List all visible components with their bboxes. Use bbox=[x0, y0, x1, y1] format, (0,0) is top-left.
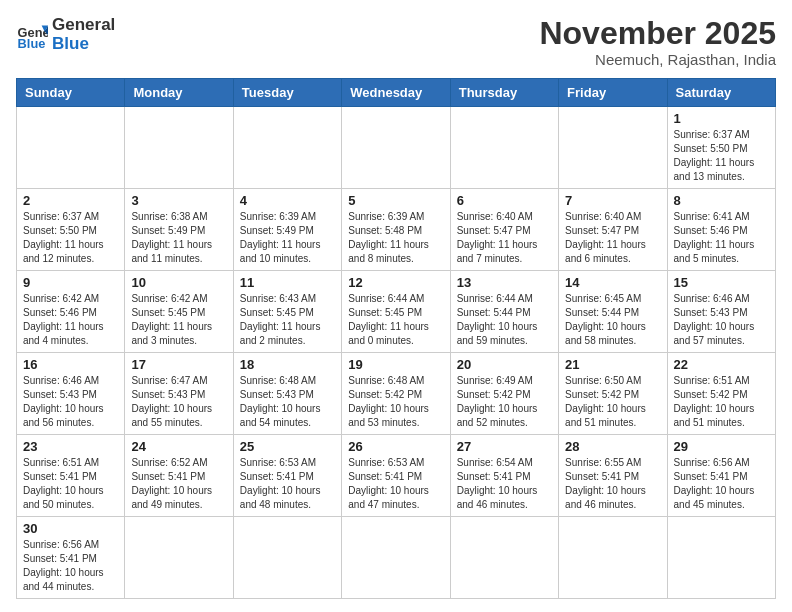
calendar-cell bbox=[342, 107, 450, 189]
day-number: 28 bbox=[565, 439, 660, 454]
day-info: Sunrise: 6:51 AM Sunset: 5:42 PM Dayligh… bbox=[674, 374, 769, 430]
title-area: November 2025 Neemuch, Rajasthan, India bbox=[539, 16, 776, 68]
day-number: 25 bbox=[240, 439, 335, 454]
day-number: 23 bbox=[23, 439, 118, 454]
day-number: 22 bbox=[674, 357, 769, 372]
day-number: 29 bbox=[674, 439, 769, 454]
day-info: Sunrise: 6:40 AM Sunset: 5:47 PM Dayligh… bbox=[457, 210, 552, 266]
day-info: Sunrise: 6:43 AM Sunset: 5:45 PM Dayligh… bbox=[240, 292, 335, 348]
day-number: 5 bbox=[348, 193, 443, 208]
calendar-cell bbox=[125, 517, 233, 599]
day-info: Sunrise: 6:39 AM Sunset: 5:49 PM Dayligh… bbox=[240, 210, 335, 266]
day-number: 18 bbox=[240, 357, 335, 372]
weekday-header-saturday: Saturday bbox=[667, 79, 775, 107]
day-info: Sunrise: 6:53 AM Sunset: 5:41 PM Dayligh… bbox=[240, 456, 335, 512]
day-info: Sunrise: 6:40 AM Sunset: 5:47 PM Dayligh… bbox=[565, 210, 660, 266]
day-number: 7 bbox=[565, 193, 660, 208]
calendar-cell: 28Sunrise: 6:55 AM Sunset: 5:41 PM Dayli… bbox=[559, 435, 667, 517]
day-number: 20 bbox=[457, 357, 552, 372]
calendar-cell bbox=[233, 517, 341, 599]
day-number: 15 bbox=[674, 275, 769, 290]
weekday-header-thursday: Thursday bbox=[450, 79, 558, 107]
calendar-cell: 30Sunrise: 6:56 AM Sunset: 5:41 PM Dayli… bbox=[17, 517, 125, 599]
day-info: Sunrise: 6:47 AM Sunset: 5:43 PM Dayligh… bbox=[131, 374, 226, 430]
calendar-cell bbox=[17, 107, 125, 189]
day-number: 24 bbox=[131, 439, 226, 454]
weekday-header-friday: Friday bbox=[559, 79, 667, 107]
calendar-cell: 5Sunrise: 6:39 AM Sunset: 5:48 PM Daylig… bbox=[342, 189, 450, 271]
calendar-cell: 3Sunrise: 6:38 AM Sunset: 5:49 PM Daylig… bbox=[125, 189, 233, 271]
week-row-2: 2Sunrise: 6:37 AM Sunset: 5:50 PM Daylig… bbox=[17, 189, 776, 271]
day-number: 8 bbox=[674, 193, 769, 208]
calendar-cell: 26Sunrise: 6:53 AM Sunset: 5:41 PM Dayli… bbox=[342, 435, 450, 517]
day-number: 19 bbox=[348, 357, 443, 372]
day-info: Sunrise: 6:51 AM Sunset: 5:41 PM Dayligh… bbox=[23, 456, 118, 512]
day-number: 13 bbox=[457, 275, 552, 290]
day-number: 14 bbox=[565, 275, 660, 290]
day-info: Sunrise: 6:56 AM Sunset: 5:41 PM Dayligh… bbox=[674, 456, 769, 512]
logo: General Blue General Blue bbox=[16, 16, 115, 53]
calendar-cell: 18Sunrise: 6:48 AM Sunset: 5:43 PM Dayli… bbox=[233, 353, 341, 435]
logo-blue: Blue bbox=[52, 35, 115, 54]
day-info: Sunrise: 6:56 AM Sunset: 5:41 PM Dayligh… bbox=[23, 538, 118, 594]
calendar-cell: 20Sunrise: 6:49 AM Sunset: 5:42 PM Dayli… bbox=[450, 353, 558, 435]
calendar-cell: 9Sunrise: 6:42 AM Sunset: 5:46 PM Daylig… bbox=[17, 271, 125, 353]
page-header: General Blue General Blue November 2025 … bbox=[16, 16, 776, 68]
day-info: Sunrise: 6:37 AM Sunset: 5:50 PM Dayligh… bbox=[23, 210, 118, 266]
day-info: Sunrise: 6:46 AM Sunset: 5:43 PM Dayligh… bbox=[674, 292, 769, 348]
day-info: Sunrise: 6:50 AM Sunset: 5:42 PM Dayligh… bbox=[565, 374, 660, 430]
day-number: 26 bbox=[348, 439, 443, 454]
week-row-4: 16Sunrise: 6:46 AM Sunset: 5:43 PM Dayli… bbox=[17, 353, 776, 435]
calendar-cell: 6Sunrise: 6:40 AM Sunset: 5:47 PM Daylig… bbox=[450, 189, 558, 271]
calendar-cell: 14Sunrise: 6:45 AM Sunset: 5:44 PM Dayli… bbox=[559, 271, 667, 353]
calendar-cell bbox=[559, 517, 667, 599]
day-number: 2 bbox=[23, 193, 118, 208]
day-number: 16 bbox=[23, 357, 118, 372]
day-info: Sunrise: 6:38 AM Sunset: 5:49 PM Dayligh… bbox=[131, 210, 226, 266]
day-info: Sunrise: 6:42 AM Sunset: 5:46 PM Dayligh… bbox=[23, 292, 118, 348]
calendar-cell: 7Sunrise: 6:40 AM Sunset: 5:47 PM Daylig… bbox=[559, 189, 667, 271]
day-info: Sunrise: 6:54 AM Sunset: 5:41 PM Dayligh… bbox=[457, 456, 552, 512]
logo-icon: General Blue bbox=[16, 19, 48, 51]
day-info: Sunrise: 6:52 AM Sunset: 5:41 PM Dayligh… bbox=[131, 456, 226, 512]
logo-general: General bbox=[52, 16, 115, 35]
calendar-cell: 2Sunrise: 6:37 AM Sunset: 5:50 PM Daylig… bbox=[17, 189, 125, 271]
calendar-cell: 16Sunrise: 6:46 AM Sunset: 5:43 PM Dayli… bbox=[17, 353, 125, 435]
calendar-cell: 11Sunrise: 6:43 AM Sunset: 5:45 PM Dayli… bbox=[233, 271, 341, 353]
day-number: 10 bbox=[131, 275, 226, 290]
calendar-table: SundayMondayTuesdayWednesdayThursdayFrid… bbox=[16, 78, 776, 599]
month-title: November 2025 bbox=[539, 16, 776, 51]
calendar-cell: 21Sunrise: 6:50 AM Sunset: 5:42 PM Dayli… bbox=[559, 353, 667, 435]
day-number: 6 bbox=[457, 193, 552, 208]
weekday-header-sunday: Sunday bbox=[17, 79, 125, 107]
day-info: Sunrise: 6:55 AM Sunset: 5:41 PM Dayligh… bbox=[565, 456, 660, 512]
day-number: 12 bbox=[348, 275, 443, 290]
location: Neemuch, Rajasthan, India bbox=[539, 51, 776, 68]
day-info: Sunrise: 6:49 AM Sunset: 5:42 PM Dayligh… bbox=[457, 374, 552, 430]
calendar-cell bbox=[450, 107, 558, 189]
day-number: 4 bbox=[240, 193, 335, 208]
weekday-header-tuesday: Tuesday bbox=[233, 79, 341, 107]
calendar-cell: 19Sunrise: 6:48 AM Sunset: 5:42 PM Dayli… bbox=[342, 353, 450, 435]
day-number: 27 bbox=[457, 439, 552, 454]
calendar-cell bbox=[559, 107, 667, 189]
calendar-cell: 13Sunrise: 6:44 AM Sunset: 5:44 PM Dayli… bbox=[450, 271, 558, 353]
calendar-cell: 25Sunrise: 6:53 AM Sunset: 5:41 PM Dayli… bbox=[233, 435, 341, 517]
svg-text:Blue: Blue bbox=[18, 35, 46, 50]
calendar-cell: 27Sunrise: 6:54 AM Sunset: 5:41 PM Dayli… bbox=[450, 435, 558, 517]
calendar-cell: 24Sunrise: 6:52 AM Sunset: 5:41 PM Dayli… bbox=[125, 435, 233, 517]
day-info: Sunrise: 6:42 AM Sunset: 5:45 PM Dayligh… bbox=[131, 292, 226, 348]
day-info: Sunrise: 6:37 AM Sunset: 5:50 PM Dayligh… bbox=[674, 128, 769, 184]
week-row-1: 1Sunrise: 6:37 AM Sunset: 5:50 PM Daylig… bbox=[17, 107, 776, 189]
day-number: 11 bbox=[240, 275, 335, 290]
calendar-cell: 12Sunrise: 6:44 AM Sunset: 5:45 PM Dayli… bbox=[342, 271, 450, 353]
calendar-cell: 23Sunrise: 6:51 AM Sunset: 5:41 PM Dayli… bbox=[17, 435, 125, 517]
day-info: Sunrise: 6:53 AM Sunset: 5:41 PM Dayligh… bbox=[348, 456, 443, 512]
day-info: Sunrise: 6:39 AM Sunset: 5:48 PM Dayligh… bbox=[348, 210, 443, 266]
weekday-header-monday: Monday bbox=[125, 79, 233, 107]
calendar-cell: 17Sunrise: 6:47 AM Sunset: 5:43 PM Dayli… bbox=[125, 353, 233, 435]
day-info: Sunrise: 6:48 AM Sunset: 5:42 PM Dayligh… bbox=[348, 374, 443, 430]
calendar-cell bbox=[233, 107, 341, 189]
day-number: 3 bbox=[131, 193, 226, 208]
calendar-cell bbox=[125, 107, 233, 189]
